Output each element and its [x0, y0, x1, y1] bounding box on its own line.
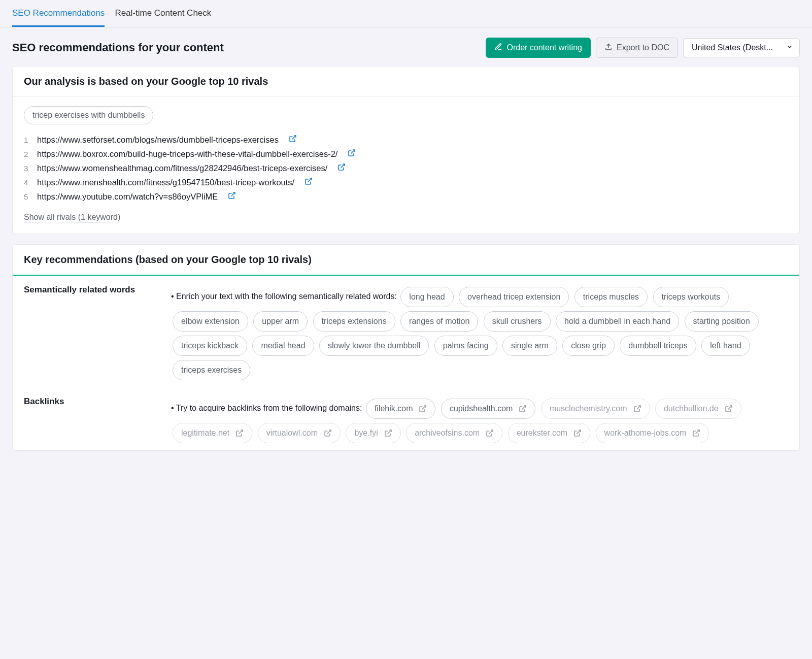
related-word-pill[interactable]: starting position: [685, 311, 759, 332]
locale-select-value: United States (Deskt...: [692, 43, 773, 52]
related-words-lead: Enrich your text with the following sema…: [176, 292, 397, 301]
rival-url[interactable]: https://www.menshealth.com/fitness/g1954…: [37, 178, 294, 187]
export-doc-button[interactable]: Export to DOC: [596, 38, 678, 58]
backlink-domain-pill[interactable]: musclechemistry.com: [541, 399, 650, 419]
backlink-domain-text: work-athome-jobs.com: [604, 427, 687, 439]
external-link-icon[interactable]: [324, 429, 332, 437]
related-word-pill[interactable]: left hand: [701, 336, 750, 356]
external-link-icon[interactable]: [348, 149, 356, 157]
order-content-button[interactable]: Order content writing: [486, 38, 591, 58]
backlink-domain-pill[interactable]: eurekster.com: [508, 423, 590, 443]
related-word-pill[interactable]: triceps muscles: [574, 287, 648, 307]
related-word-pill[interactable]: hold a dumbbell in each hand: [556, 311, 679, 332]
related-word-pill[interactable]: dumbbell triceps: [620, 336, 696, 356]
analysis-panel-body: tricep exercises with dumbbells https://…: [13, 97, 799, 234]
rival-url[interactable]: https://www.youtube.com/watch?v=s86oyVPl…: [37, 192, 218, 202]
backlink-domain-text: bye.fyi: [354, 427, 378, 439]
rival-item: https://www.boxrox.com/build-huge-tricep…: [24, 147, 788, 161]
page-header: SEO recommendations for your content Ord…: [0, 27, 812, 66]
backlink-domain-pill[interactable]: cupidshealth.com: [441, 399, 536, 419]
export-doc-label: Export to DOC: [617, 43, 669, 52]
related-word-pill[interactable]: triceps extensions: [313, 311, 395, 332]
rival-item: https://www.menshealth.com/fitness/g1954…: [24, 175, 788, 189]
locale-select[interactable]: United States (Deskt...: [683, 38, 800, 57]
tab-realtime-check[interactable]: Real-time Content Check: [115, 0, 211, 27]
header-controls: Order content writing Export to DOC Unit…: [486, 38, 800, 58]
external-link-icon[interactable]: [725, 405, 733, 413]
rival-item: https://www.youtube.com/watch?v=s86oyVPl…: [24, 189, 788, 204]
related-words-content: • Enrich your text with the following se…: [171, 285, 788, 382]
external-link-icon[interactable]: [692, 429, 700, 437]
backlinks-content: • Try to acquire backlinks from the foll…: [171, 397, 788, 445]
related-word-pill[interactable]: slowly lower the dumbbell: [319, 336, 429, 356]
backlink-domain-text: filehik.com: [375, 403, 413, 415]
external-link-icon[interactable]: [519, 405, 527, 413]
backlink-domain-text: dutchbullion.de: [664, 403, 719, 415]
backlink-domain-pill[interactable]: legitimate.net: [173, 423, 252, 443]
backlinks-row: Backlinks • Try to acquire backlinks fro…: [13, 387, 799, 450]
external-link-icon[interactable]: [419, 405, 427, 413]
backlink-domain-pill[interactable]: filehik.com: [366, 399, 436, 419]
rival-url[interactable]: https://www.womenshealthmag.com/fitness/…: [37, 163, 327, 173]
backlink-domain-text: archiveofsins.com: [415, 427, 480, 439]
external-link-icon[interactable]: [304, 177, 313, 185]
related-words-row: Semantically related words • Enrich your…: [13, 276, 799, 387]
key-recommendations-panel: Key recommendations (based on your Googl…: [12, 244, 800, 451]
rival-item: https://www.setforset.com/blogs/news/dum…: [24, 133, 788, 147]
related-word-pill[interactable]: close grip: [562, 336, 614, 356]
backlink-domain-text: eurekster.com: [517, 427, 567, 439]
backlink-domain-pill[interactable]: virtualowl.com: [258, 423, 341, 443]
backlink-domain-pill[interactable]: work-athome-jobs.com: [596, 423, 709, 443]
related-word-pill[interactable]: single arm: [502, 336, 557, 356]
related-word-pill[interactable]: triceps kickback: [173, 336, 247, 356]
related-word-pill[interactable]: ranges of motion: [400, 311, 478, 332]
tab-seo-recommendations[interactable]: SEO Recommendations: [12, 0, 105, 27]
rival-item: https://www.womenshealthmag.com/fitness/…: [24, 161, 788, 175]
backlink-domain-text: legitimate.net: [181, 427, 229, 439]
external-link-icon[interactable]: [486, 429, 494, 437]
page-title: SEO recommendations for your content: [12, 41, 224, 54]
related-word-pill[interactable]: triceps exercises: [173, 360, 250, 380]
backlink-domain-pill[interactable]: bye.fyi: [346, 423, 400, 443]
analysis-panel: Our analysis is based on your Google top…: [12, 66, 800, 234]
rival-list: https://www.setforset.com/blogs/news/dum…: [24, 133, 788, 204]
analysis-panel-title: Our analysis is based on your Google top…: [13, 67, 799, 97]
external-link-icon[interactable]: [337, 163, 346, 171]
backlink-domain-pill[interactable]: dutchbullion.de: [655, 399, 741, 419]
rival-url[interactable]: https://www.boxrox.com/build-huge-tricep…: [37, 149, 337, 159]
external-link-icon[interactable]: [228, 191, 236, 200]
key-recommendations-title: Key recommendations (based on your Googl…: [13, 245, 799, 276]
rival-url[interactable]: https://www.setforset.com/blogs/news/dum…: [37, 135, 279, 145]
external-link-icon[interactable]: [235, 429, 244, 437]
external-link-icon[interactable]: [384, 429, 392, 437]
backlink-domain-text: cupidshealth.com: [450, 403, 513, 415]
external-link-icon[interactable]: [633, 405, 641, 413]
backlinks-label: Backlinks: [24, 397, 156, 445]
upload-icon: [604, 43, 613, 53]
backlink-domain-text: virtualowl.com: [266, 427, 318, 439]
related-words-label: Semantically related words: [24, 285, 156, 382]
related-word-pill[interactable]: triceps workouts: [653, 287, 729, 307]
chevron-down-icon: [786, 43, 793, 52]
order-content-label: Order content writing: [506, 43, 582, 52]
backlink-domain-text: musclechemistry.com: [550, 403, 627, 415]
related-word-pill[interactable]: palms facing: [434, 336, 497, 356]
backlink-domain-pill[interactable]: archiveofsins.com: [406, 423, 502, 443]
external-link-icon[interactable]: [573, 429, 582, 437]
edit-icon: [494, 43, 502, 53]
related-word-pill[interactable]: overhead tricep extension: [459, 287, 569, 307]
keyword-pill[interactable]: tricep exercises with dumbbells: [24, 106, 153, 124]
related-word-pill[interactable]: upper arm: [253, 311, 308, 332]
show-all-rivals-link[interactable]: Show all rivals (1 keyword): [24, 213, 120, 222]
external-link-icon[interactable]: [289, 135, 297, 143]
related-word-pill[interactable]: skull crushers: [484, 311, 551, 332]
related-word-pill[interactable]: elbow extension: [173, 311, 248, 332]
related-word-pill[interactable]: long head: [400, 287, 453, 307]
backlinks-lead: Try to acquire backlinks from the follow…: [176, 404, 362, 412]
tabs-bar: SEO Recommendations Real-time Content Ch…: [0, 0, 812, 27]
related-word-pill[interactable]: medial head: [252, 336, 314, 356]
